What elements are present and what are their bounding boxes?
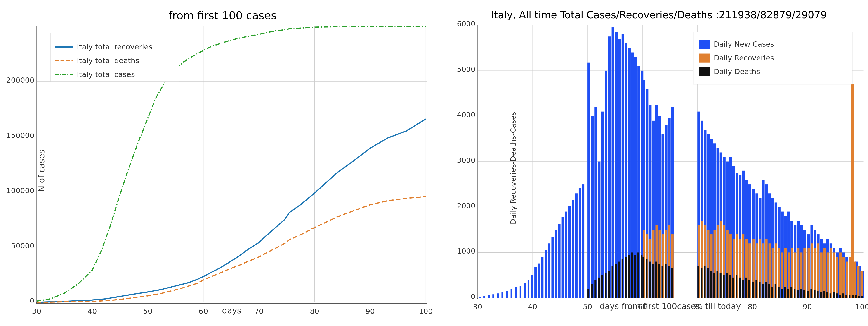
svg-rect-284 — [774, 284, 776, 298]
svg-text:80: 80 — [747, 303, 757, 311]
svg-rect-255 — [658, 264, 660, 298]
svg-text:50000: 50000 — [11, 242, 34, 250]
svg-text:0: 0 — [30, 297, 34, 305]
svg-rect-101 — [618, 39, 621, 298]
svg-rect-238 — [604, 273, 607, 298]
svg-rect-72 — [515, 287, 517, 298]
svg-text:100000: 100000 — [6, 186, 34, 195]
svg-text:Italy total deaths: Italy total deaths — [77, 56, 139, 65]
svg-rect-306 — [845, 295, 847, 298]
left-chart-area: 0 50000 100000 150000 200000 30 40 50 60… — [36, 26, 427, 304]
svg-text:50: 50 — [143, 307, 152, 316]
svg-text:Daily Recoveries: Daily Recoveries — [714, 54, 774, 62]
svg-text:50: 50 — [583, 303, 592, 311]
svg-rect-279 — [758, 282, 761, 298]
svg-text:4000: 4000 — [457, 110, 475, 119]
svg-rect-260 — [698, 266, 699, 298]
svg-rect-294 — [807, 291, 809, 298]
svg-text:30: 30 — [473, 303, 482, 311]
svg-text:100: 100 — [418, 307, 433, 316]
svg-rect-81 — [548, 243, 550, 298]
svg-rect-216 — [807, 248, 810, 298]
svg-rect-73 — [520, 286, 521, 298]
svg-text:5000: 5000 — [457, 65, 475, 74]
svg-rect-277 — [752, 282, 754, 298]
svg-rect-224 — [833, 252, 835, 298]
svg-text:200000: 200000 — [6, 76, 34, 84]
svg-rect-252 — [649, 262, 651, 298]
svg-text:1000: 1000 — [457, 247, 475, 255]
svg-rect-304 — [839, 295, 841, 298]
svg-rect-89 — [575, 193, 577, 298]
svg-text:0: 0 — [471, 292, 475, 301]
svg-text:70: 70 — [254, 307, 264, 316]
svg-rect-297 — [817, 291, 818, 298]
svg-text:Italy total recoveries: Italy total recoveries — [77, 43, 152, 51]
svg-rect-69 — [501, 292, 503, 298]
svg-rect-229 — [849, 257, 851, 298]
svg-rect-225 — [836, 257, 838, 298]
svg-rect-91 — [582, 184, 584, 298]
svg-rect-272 — [736, 275, 737, 298]
svg-rect-285 — [778, 287, 779, 298]
svg-rect-258 — [668, 266, 670, 298]
svg-rect-235 — [594, 280, 596, 298]
svg-rect-274 — [742, 280, 744, 298]
right-chart-title: Italy, All time Total Cases/Recoveries/D… — [455, 9, 864, 21]
svg-rect-313 — [699, 40, 710, 49]
svg-rect-242 — [618, 262, 620, 298]
svg-rect-262 — [704, 266, 706, 298]
svg-rect-257 — [664, 264, 666, 298]
svg-rect-232 — [860, 271, 863, 298]
svg-rect-74 — [524, 283, 526, 298]
svg-rect-98 — [608, 36, 611, 298]
svg-rect-94 — [594, 107, 597, 298]
svg-rect-66 — [488, 295, 490, 298]
svg-text:90: 90 — [802, 303, 812, 311]
svg-rect-249 — [641, 255, 643, 298]
svg-text:6000: 6000 — [457, 20, 475, 28]
svg-rect-80 — [545, 250, 547, 298]
svg-text:100: 100 — [855, 303, 868, 311]
svg-text:3000: 3000 — [457, 156, 475, 165]
svg-rect-75 — [527, 280, 529, 298]
svg-text:40: 40 — [528, 303, 537, 311]
svg-rect-220 — [820, 252, 822, 298]
svg-rect-67 — [492, 294, 494, 298]
svg-rect-84 — [558, 224, 560, 298]
svg-rect-268 — [723, 275, 724, 298]
svg-rect-76 — [531, 275, 533, 298]
svg-rect-291 — [797, 290, 799, 298]
svg-rect-295 — [810, 289, 812, 298]
svg-rect-240 — [612, 266, 613, 298]
svg-rect-317 — [699, 67, 710, 76]
svg-rect-266 — [716, 271, 718, 298]
svg-text:Italy total cases: Italy total cases — [77, 70, 135, 79]
svg-rect-82 — [551, 237, 554, 298]
svg-rect-233 — [587, 289, 589, 298]
svg-rect-246 — [631, 252, 633, 298]
svg-rect-244 — [625, 257, 626, 298]
svg-rect-270 — [729, 275, 731, 298]
svg-rect-265 — [713, 273, 715, 298]
svg-rect-227 — [842, 257, 845, 298]
svg-rect-102 — [621, 34, 624, 298]
svg-rect-308 — [852, 295, 854, 298]
svg-rect-230 — [854, 262, 856, 298]
right-chart-svg: 0 1000 2000 3000 4000 5000 6000 30 40 50… — [477, 25, 864, 298]
svg-rect-87 — [568, 206, 570, 298]
svg-text:30: 30 — [32, 307, 41, 316]
svg-rect-282 — [768, 284, 770, 298]
svg-rect-264 — [710, 271, 712, 298]
svg-rect-90 — [579, 188, 581, 298]
svg-rect-93 — [591, 116, 594, 298]
svg-rect-68 — [497, 293, 499, 298]
svg-rect-236 — [598, 277, 600, 298]
svg-text:80: 80 — [310, 307, 319, 316]
svg-rect-278 — [755, 280, 757, 298]
svg-rect-64 — [479, 297, 480, 298]
svg-rect-221 — [823, 248, 826, 298]
svg-rect-281 — [765, 282, 767, 298]
svg-rect-215 — [851, 84, 854, 298]
svg-text:90: 90 — [366, 307, 375, 316]
